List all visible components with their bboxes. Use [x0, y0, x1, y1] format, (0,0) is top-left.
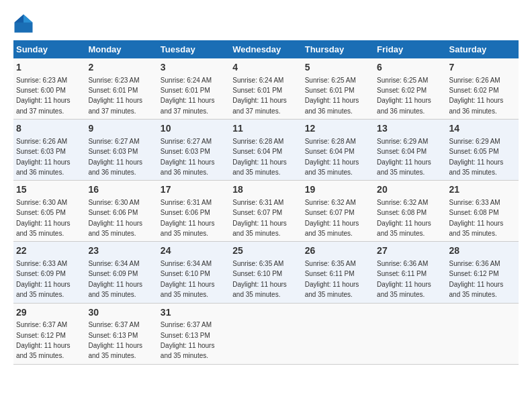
day-number: 27 — [377, 244, 443, 258]
day-info: Sunrise: 6:36 AMSunset: 6:11 PMDaylight:… — [377, 260, 431, 298]
calendar-table: SundayMondayTuesdayWednesdayThursdayFrid… — [13, 40, 519, 365]
day-info: Sunrise: 6:28 AMSunset: 6:04 PMDaylight:… — [232, 138, 287, 176]
calendar-cell: 17 Sunrise: 6:31 AMSunset: 6:06 PMDaylig… — [158, 181, 230, 242]
calendar-cell: 5 Sunrise: 6:25 AMSunset: 6:01 PMDayligh… — [302, 58, 374, 120]
day-number: 30 — [88, 306, 154, 320]
day-info: Sunrise: 6:37 AMSunset: 6:12 PMDaylight:… — [16, 321, 71, 359]
calendar-cell: 30 Sunrise: 6:37 AMSunset: 6:13 PMDaylig… — [85, 303, 157, 364]
day-number: 6 — [377, 61, 443, 75]
calendar-cell: 4 Sunrise: 6:24 AMSunset: 6:01 PMDayligh… — [230, 58, 302, 120]
calendar-cell: 10 Sunrise: 6:27 AMSunset: 6:03 PMDaylig… — [158, 120, 230, 181]
day-number: 29 — [16, 306, 83, 320]
week-row-1: 1 Sunrise: 6:23 AMSunset: 6:00 PMDayligh… — [13, 58, 519, 120]
calendar-cell: 16 Sunrise: 6:30 AMSunset: 6:06 PMDaylig… — [85, 181, 157, 242]
calendar-cell: 28 Sunrise: 6:36 AMSunset: 6:12 PMDaylig… — [447, 242, 519, 303]
day-number: 2 — [88, 61, 154, 75]
day-info: Sunrise: 6:23 AMSunset: 6:00 PMDaylight:… — [16, 77, 71, 115]
day-info: Sunrise: 6:33 AMSunset: 6:08 PMDaylight:… — [449, 199, 504, 237]
day-number: 15 — [16, 183, 83, 197]
calendar-cell: 7 Sunrise: 6:26 AMSunset: 6:02 PMDayligh… — [447, 58, 519, 120]
calendar-cell: 3 Sunrise: 6:24 AMSunset: 6:01 PMDayligh… — [158, 58, 230, 120]
day-number: 9 — [88, 122, 154, 136]
calendar-cell: 1 Sunrise: 6:23 AMSunset: 6:00 PMDayligh… — [13, 58, 85, 120]
day-number: 22 — [16, 244, 83, 258]
day-number: 28 — [449, 244, 516, 258]
week-row-3: 15 Sunrise: 6:30 AMSunset: 6:05 PMDaylig… — [13, 181, 519, 242]
day-number: 8 — [16, 122, 83, 136]
day-info: Sunrise: 6:28 AMSunset: 6:04 PMDaylight:… — [305, 138, 359, 176]
calendar-cell: 23 Sunrise: 6:34 AMSunset: 6:09 PMDaylig… — [85, 242, 157, 303]
day-info: Sunrise: 6:25 AMSunset: 6:01 PMDaylight:… — [305, 77, 359, 115]
day-number: 31 — [161, 306, 227, 320]
day-number: 26 — [305, 244, 371, 258]
day-number: 12 — [305, 122, 371, 136]
day-number: 18 — [232, 183, 299, 197]
day-number: 10 — [161, 122, 227, 136]
day-header-saturday: Saturday — [447, 40, 519, 58]
day-info: Sunrise: 6:27 AMSunset: 6:03 PMDaylight:… — [88, 138, 142, 176]
calendar-cell — [374, 303, 446, 364]
calendar-cell — [230, 303, 302, 364]
calendar-cell: 19 Sunrise: 6:32 AMSunset: 6:07 PMDaylig… — [302, 181, 374, 242]
calendar-cell: 13 Sunrise: 6:29 AMSunset: 6:04 PMDaylig… — [374, 120, 446, 181]
logo — [13, 13, 36, 34]
day-number: 16 — [88, 183, 154, 197]
days-header-row: SundayMondayTuesdayWednesdayThursdayFrid… — [13, 40, 519, 58]
day-number: 17 — [161, 183, 227, 197]
day-info: Sunrise: 6:29 AMSunset: 6:05 PMDaylight:… — [449, 138, 504, 176]
day-number: 4 — [232, 61, 299, 75]
calendar-cell: 11 Sunrise: 6:28 AMSunset: 6:04 PMDaylig… — [230, 120, 302, 181]
day-info: Sunrise: 6:26 AMSunset: 6:03 PMDaylight:… — [16, 138, 71, 176]
day-info: Sunrise: 6:26 AMSunset: 6:02 PMDaylight:… — [449, 77, 504, 115]
calendar-cell: 24 Sunrise: 6:34 AMSunset: 6:10 PMDaylig… — [158, 242, 230, 303]
calendar-cell: 26 Sunrise: 6:35 AMSunset: 6:11 PMDaylig… — [302, 242, 374, 303]
calendar-cell: 18 Sunrise: 6:31 AMSunset: 6:07 PMDaylig… — [230, 181, 302, 242]
day-info: Sunrise: 6:30 AMSunset: 6:06 PMDaylight:… — [88, 199, 142, 237]
calendar-cell — [447, 303, 519, 364]
day-info: Sunrise: 6:35 AMSunset: 6:11 PMDaylight:… — [305, 260, 359, 298]
svg-marker-1 — [24, 15, 33, 23]
day-header-monday: Monday — [85, 40, 157, 58]
calendar-cell: 14 Sunrise: 6:29 AMSunset: 6:05 PMDaylig… — [447, 120, 519, 181]
day-number: 23 — [88, 244, 154, 258]
calendar-cell: 15 Sunrise: 6:30 AMSunset: 6:05 PMDaylig… — [13, 181, 85, 242]
day-number: 13 — [377, 122, 443, 136]
day-number: 1 — [16, 61, 83, 75]
calendar-cell: 22 Sunrise: 6:33 AMSunset: 6:09 PMDaylig… — [13, 242, 85, 303]
day-info: Sunrise: 6:31 AMSunset: 6:06 PMDaylight:… — [161, 199, 215, 237]
day-info: Sunrise: 6:34 AMSunset: 6:10 PMDaylight:… — [161, 260, 215, 298]
calendar-cell — [302, 303, 374, 364]
day-header-wednesday: Wednesday — [230, 40, 302, 58]
day-number: 7 — [449, 61, 516, 75]
day-info: Sunrise: 6:24 AMSunset: 6:01 PMDaylight:… — [161, 77, 215, 115]
day-header-sunday: Sunday — [13, 40, 85, 58]
logo-icon — [13, 13, 34, 34]
calendar-cell: 2 Sunrise: 6:23 AMSunset: 6:01 PMDayligh… — [85, 58, 157, 120]
calendar-cell: 31 Sunrise: 6:37 AMSunset: 6:13 PMDaylig… — [158, 303, 230, 364]
calendar-cell: 6 Sunrise: 6:25 AMSunset: 6:02 PMDayligh… — [374, 58, 446, 120]
day-info: Sunrise: 6:35 AMSunset: 6:10 PMDaylight:… — [232, 260, 287, 298]
day-info: Sunrise: 6:37 AMSunset: 6:13 PMDaylight:… — [161, 321, 215, 359]
day-number: 25 — [232, 244, 299, 258]
day-number: 3 — [161, 61, 227, 75]
svg-marker-2 — [15, 15, 24, 23]
calendar-cell: 20 Sunrise: 6:32 AMSunset: 6:08 PMDaylig… — [374, 181, 446, 242]
day-info: Sunrise: 6:30 AMSunset: 6:05 PMDaylight:… — [16, 199, 71, 237]
calendar-cell: 29 Sunrise: 6:37 AMSunset: 6:12 PMDaylig… — [13, 303, 85, 364]
day-number: 14 — [449, 122, 516, 136]
day-header-tuesday: Tuesday — [158, 40, 230, 58]
day-info: Sunrise: 6:31 AMSunset: 6:07 PMDaylight:… — [232, 199, 287, 237]
day-number: 19 — [305, 183, 371, 197]
day-info: Sunrise: 6:27 AMSunset: 6:03 PMDaylight:… — [161, 138, 215, 176]
day-info: Sunrise: 6:24 AMSunset: 6:01 PMDaylight:… — [232, 77, 287, 115]
calendar-cell: 9 Sunrise: 6:27 AMSunset: 6:03 PMDayligh… — [85, 120, 157, 181]
page-header — [13, 13, 519, 34]
day-info: Sunrise: 6:34 AMSunset: 6:09 PMDaylight:… — [88, 260, 142, 298]
day-number: 5 — [305, 61, 371, 75]
day-number: 20 — [377, 183, 443, 197]
day-info: Sunrise: 6:37 AMSunset: 6:13 PMDaylight:… — [88, 321, 142, 359]
day-number: 21 — [449, 183, 516, 197]
day-info: Sunrise: 6:32 AMSunset: 6:07 PMDaylight:… — [305, 199, 359, 237]
day-info: Sunrise: 6:32 AMSunset: 6:08 PMDaylight:… — [377, 199, 431, 237]
day-header-thursday: Thursday — [302, 40, 374, 58]
